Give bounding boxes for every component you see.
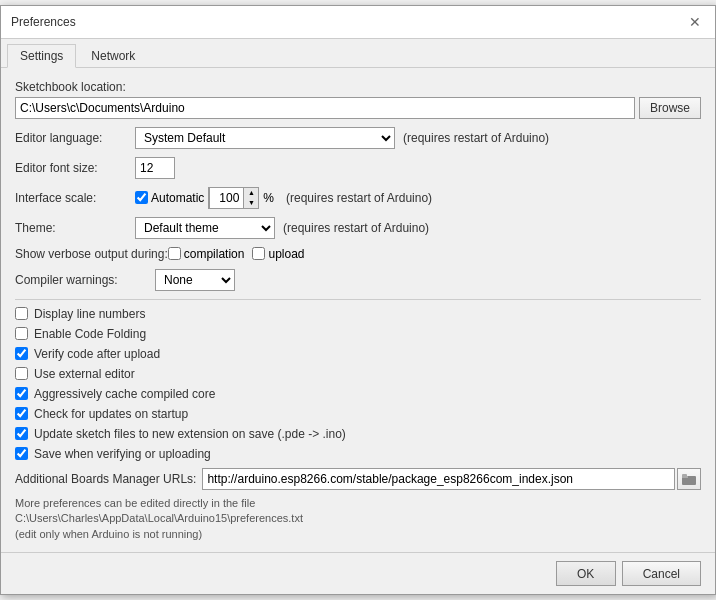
editor-language-note: (requires restart of Arduino) xyxy=(403,131,549,145)
editor-font-size-input[interactable] xyxy=(135,157,175,179)
save-verifying-label[interactable]: Save when verifying or uploading xyxy=(34,447,211,461)
editor-font-size-row: Editor font size: xyxy=(15,157,701,179)
auto-scale-checkbox[interactable] xyxy=(135,191,148,204)
additional-urls-row: Additional Boards Manager URLs: xyxy=(15,468,701,490)
additional-urls-input[interactable] xyxy=(202,468,675,490)
verbose-label: Show verbose output during: xyxy=(15,247,168,261)
window-title: Preferences xyxy=(11,15,76,29)
checkbox-check-updates: Check for updates on startup xyxy=(15,406,701,422)
aggressively-cache-checkbox[interactable] xyxy=(15,387,28,400)
save-verifying-checkbox[interactable] xyxy=(15,447,28,460)
compiler-warnings-label: Compiler warnings: xyxy=(15,273,155,287)
tab-bar: Settings Network xyxy=(1,39,715,68)
interface-scale-label: Interface scale: xyxy=(15,191,135,205)
checkbox-display-line-numbers: Display line numbers xyxy=(15,306,701,322)
editor-language-label: Editor language: xyxy=(15,131,135,145)
sketchbook-row: Sketchbook location: Browse xyxy=(15,80,701,119)
verbose-checkboxes: compilation upload xyxy=(168,247,305,261)
aggressively-cache-label[interactable]: Aggressively cache compiled core xyxy=(34,387,215,401)
verbose-row: Show verbose output during: compilation … xyxy=(15,247,701,261)
verify-code-label[interactable]: Verify code after upload xyxy=(34,347,160,361)
editor-language-row: Editor language: System Default (require… xyxy=(15,127,701,149)
theme-select[interactable]: Default theme xyxy=(135,217,275,239)
update-sketch-checkbox[interactable] xyxy=(15,427,28,440)
cancel-button[interactable]: Cancel xyxy=(622,561,701,586)
display-line-numbers-checkbox[interactable] xyxy=(15,307,28,320)
enable-code-folding-checkbox[interactable] xyxy=(15,327,28,340)
divider xyxy=(15,299,701,300)
compiler-warnings-select[interactable]: None Default More All xyxy=(155,269,235,291)
titlebar: Preferences ✕ xyxy=(1,6,715,39)
settings-panel: Sketchbook location: Browse Editor langu… xyxy=(1,68,715,552)
scale-input[interactable] xyxy=(209,187,244,209)
checkbox-enable-code-folding: Enable Code Folding xyxy=(15,326,701,342)
scale-note: (requires restart of Arduino) xyxy=(286,191,432,205)
additional-urls-label: Additional Boards Manager URLs: xyxy=(15,472,196,486)
close-button[interactable]: ✕ xyxy=(685,12,705,32)
svg-rect-2 xyxy=(682,474,687,477)
auto-scale-label[interactable]: Automatic xyxy=(151,191,204,205)
info-section: More preferences can be edited directly … xyxy=(15,496,701,542)
info-line1: More preferences can be edited directly … xyxy=(15,496,701,511)
checkbox-external-editor: Use external editor xyxy=(15,366,701,382)
preferences-window: Preferences ✕ Settings Network Sketchboo… xyxy=(0,5,716,595)
check-updates-checkbox[interactable] xyxy=(15,407,28,420)
ok-button[interactable]: OK xyxy=(556,561,616,586)
checkbox-verify-code: Verify code after upload xyxy=(15,346,701,362)
display-line-numbers-label[interactable]: Display line numbers xyxy=(34,307,145,321)
external-editor-label[interactable]: Use external editor xyxy=(34,367,135,381)
checkbox-aggressively-cache: Aggressively cache compiled core xyxy=(15,386,701,402)
sketchbook-input[interactable] xyxy=(15,97,635,119)
compiler-warnings-row: Compiler warnings: None Default More All xyxy=(15,269,701,291)
info-line2: C:\Users\Charles\AppData\Local\Arduino15… xyxy=(15,511,701,526)
verbose-upload-checkbox[interactable] xyxy=(252,247,265,260)
verify-code-checkbox[interactable] xyxy=(15,347,28,360)
editor-language-select[interactable]: System Default xyxy=(135,127,395,149)
spinner-up-button[interactable]: ▲ xyxy=(244,188,258,198)
folder-icon xyxy=(682,473,696,485)
check-updates-label[interactable]: Check for updates on startup xyxy=(34,407,188,421)
theme-row: Theme: Default theme (requires restart o… xyxy=(15,217,701,239)
additional-urls-folder-button[interactable] xyxy=(677,468,701,490)
update-sketch-label[interactable]: Update sketch files to new extension on … xyxy=(34,427,346,441)
sketchbook-input-row: Browse xyxy=(15,97,701,119)
tab-network[interactable]: Network xyxy=(78,44,148,68)
verbose-compilation-checkbox[interactable] xyxy=(168,247,181,260)
theme-label: Theme: xyxy=(15,221,135,235)
scale-unit: % xyxy=(263,191,274,205)
enable-code-folding-label[interactable]: Enable Code Folding xyxy=(34,327,146,341)
verbose-upload-label[interactable]: upload xyxy=(268,247,304,261)
interface-scale-row: Interface scale: Automatic ▲ ▼ % (requir… xyxy=(15,187,701,209)
checkbox-save-verifying: Save when verifying or uploading xyxy=(15,446,701,462)
theme-note: (requires restart of Arduino) xyxy=(283,221,429,235)
scale-controls: Automatic ▲ ▼ % (requires restart of Ard… xyxy=(135,187,432,209)
sketchbook-label: Sketchbook location: xyxy=(15,80,701,94)
checkbox-update-sketch: Update sketch files to new extension on … xyxy=(15,426,701,442)
verbose-compilation-row: compilation xyxy=(168,247,245,261)
verbose-upload-row: upload xyxy=(252,247,304,261)
browse-button[interactable]: Browse xyxy=(639,97,701,119)
spinner-down-button[interactable]: ▼ xyxy=(244,198,258,208)
spinner-buttons: ▲ ▼ xyxy=(244,188,258,208)
tab-settings[interactable]: Settings xyxy=(7,44,76,68)
scale-spinner: ▲ ▼ xyxy=(208,187,259,209)
bottom-bar: OK Cancel xyxy=(1,552,715,594)
info-line3: (edit only when Arduino is not running) xyxy=(15,527,701,542)
auto-scale-checkbox-row: Automatic xyxy=(135,191,204,205)
external-editor-checkbox[interactable] xyxy=(15,367,28,380)
verbose-compilation-label[interactable]: compilation xyxy=(184,247,245,261)
editor-font-size-label: Editor font size: xyxy=(15,161,135,175)
